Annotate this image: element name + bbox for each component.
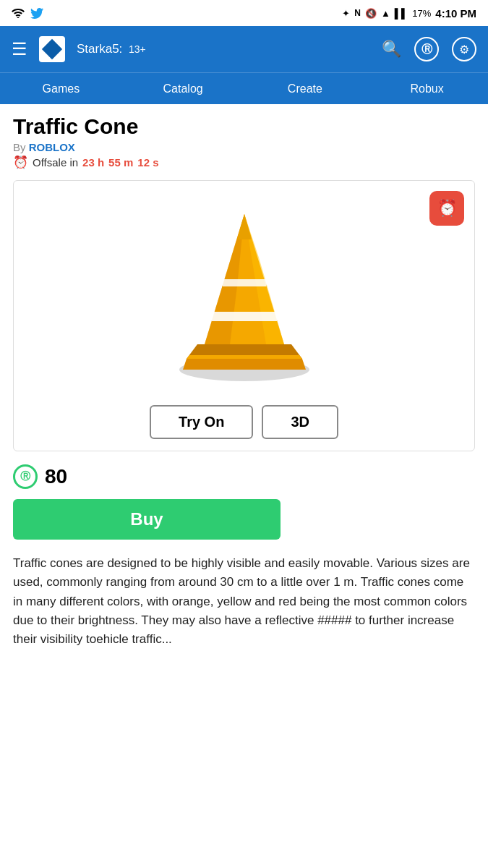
nav-create[interactable]: Create [244, 73, 367, 104]
timer-icon: ⏰ [13, 155, 28, 170]
timer-hours: 23 h [82, 156, 104, 169]
roblox-logo[interactable] [39, 36, 65, 62]
svg-marker-4 [187, 355, 302, 359]
status-bar: ✦ N 🔇 ▲ ▌▌ 17% 4:10 PM [0, 0, 488, 26]
time-display: 4:10 PM [435, 7, 476, 20]
robux-icon[interactable]: Ⓡ [414, 37, 439, 61]
status-left-icons [12, 8, 43, 19]
nav-robux[interactable]: Robux [366, 73, 488, 104]
nav-games[interactable]: Games [0, 73, 122, 104]
3d-button[interactable]: 3D [262, 405, 338, 439]
top-nav: ☰ Starka5: 13+ 🔍 Ⓡ ⚙ [0, 26, 488, 72]
item-view-buttons: Try On 3D [25, 405, 463, 439]
cell-signal-icon: ▌▌ [395, 8, 408, 19]
age-label: 13+ [129, 43, 146, 55]
item-image-container: ⏰ [13, 180, 475, 451]
svg-marker-3 [183, 359, 306, 370]
timer-badge-icon: ⏰ [437, 199, 457, 218]
svg-marker-8 [208, 312, 281, 321]
svg-point-0 [17, 17, 20, 19]
item-preview-image [25, 192, 463, 395]
offsale-label: Offsale in [33, 156, 78, 169]
mute-icon: 🔇 [365, 8, 377, 19]
timer-seconds: 12 s [137, 156, 158, 169]
settings-icon[interactable]: ⚙ [452, 37, 476, 61]
hamburger-menu-button[interactable]: ☰ [12, 39, 27, 59]
twitter-icon [30, 8, 43, 19]
traffic-cone-svg [165, 200, 324, 388]
bluetooth-icon: ✦ [342, 8, 350, 19]
item-timer-row: ⏰ Offsale in 23 h 55 m 12 s [13, 155, 475, 170]
svg-marker-11 [237, 214, 252, 239]
creator-link[interactable]: ROBLOX [29, 141, 75, 153]
try-on-button[interactable]: Try On [150, 405, 253, 439]
battery-text: 17% [412, 8, 431, 19]
item-description: Traffic cones are designed to be highly … [13, 554, 475, 650]
wifi-status-icon: ▲ [381, 8, 390, 19]
price-row: Ⓡ 80 [13, 464, 475, 489]
wifi-icon [12, 8, 25, 18]
item-creator-row: By ROBLOX [13, 141, 475, 153]
nav-catalog[interactable]: Catalog [122, 73, 244, 104]
nav-action-icons: 🔍 Ⓡ ⚙ [382, 37, 476, 61]
secondary-nav: Games Catalog Create Robux [0, 72, 488, 104]
status-right-icons: ✦ N 🔇 ▲ ▌▌ 17% 4:10 PM [342, 7, 476, 20]
nfc-icon: N [354, 8, 361, 18]
username-label: Starka5: 13+ [77, 42, 370, 56]
price-value: 80 [45, 465, 67, 488]
item-title: Traffic Cone [13, 114, 475, 138]
robux-price-icon: Ⓡ [13, 464, 38, 489]
buy-button[interactable]: Buy [13, 499, 281, 540]
page-content: Traffic Cone By ROBLOX ⏰ Offsale in 23 h… [0, 104, 488, 650]
search-icon[interactable]: 🔍 [382, 40, 401, 59]
timer-minutes: 55 m [108, 156, 133, 169]
svg-marker-9 [221, 279, 268, 286]
timer-badge-button[interactable]: ⏰ [429, 191, 464, 226]
